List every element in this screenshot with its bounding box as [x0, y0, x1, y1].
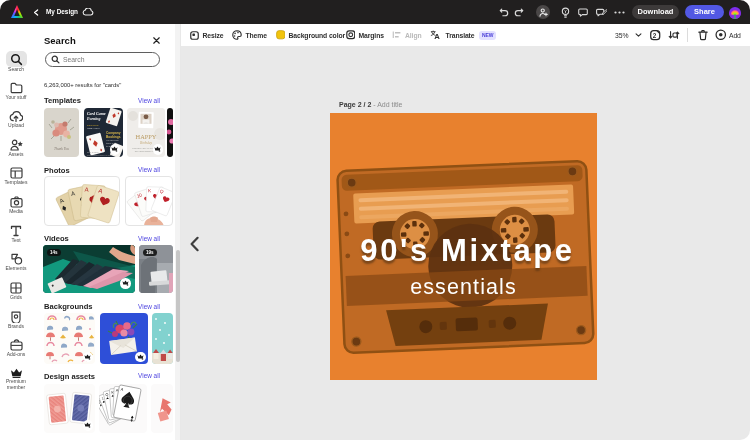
svg-text:book a game: book a game	[87, 150, 99, 152]
svg-text:tables avail.: tables avail.	[106, 141, 117, 143]
svg-text:A: A	[434, 32, 440, 40]
svg-text:WED | 8PM: WED | 8PM	[87, 127, 99, 130]
svg-text:Evening: Evening	[86, 116, 100, 120]
svg-text:www.cardsevening.xyz.com: www.cardsevening.xyz.com	[87, 153, 112, 155]
svg-text:2: 2	[653, 32, 657, 39]
svg-text:A: A	[84, 187, 88, 193]
svg-text:Card Game: Card Game	[87, 112, 106, 116]
svg-text:till 2h: till 2h	[106, 144, 111, 146]
svg-text:Thank You: Thank You	[54, 147, 69, 151]
svg-text:Birthday: Birthday	[140, 141, 152, 145]
svg-text:Bookings: Bookings	[106, 134, 121, 138]
svg-text:HAPPY: HAPPY	[136, 133, 157, 140]
svg-text:VIP card room: VIP card room	[106, 139, 119, 141]
